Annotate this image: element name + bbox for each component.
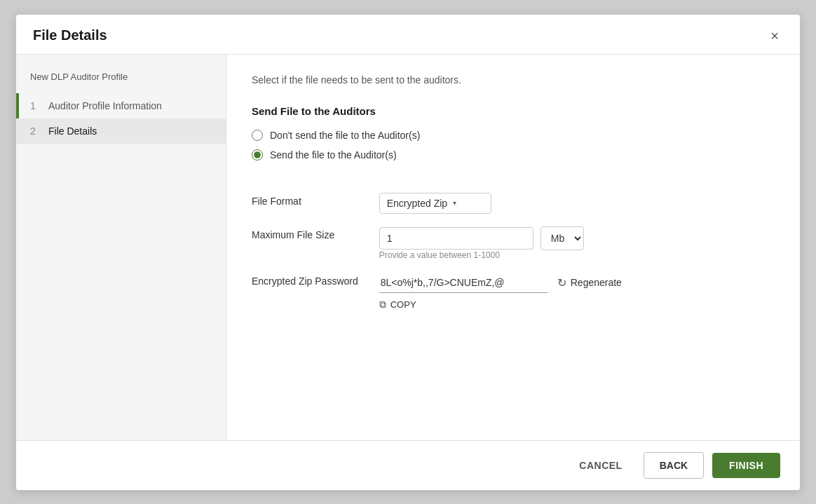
dialog-body: New DLP Auditor Profile 1 Auditor Profil… xyxy=(16,55,800,440)
send-section-title: Send File to the Auditors xyxy=(252,105,775,117)
file-format-value: Encrypted Zip ▾ xyxy=(379,190,622,214)
radio-dont-send-label: Don't send the file to the Auditor(s) xyxy=(270,130,420,141)
radio-send[interactable]: Send the file to the Auditor(s) xyxy=(252,149,775,161)
sidebar-item-step-1[interactable]: 1 Auditor Profile Information xyxy=(16,93,226,118)
max-file-size-row: Maximum File Size Mb Gb Kb Provide a val… xyxy=(252,224,622,260)
radio-dont-send[interactable]: Don't send the file to the Auditor(s) xyxy=(252,130,775,141)
back-button[interactable]: BACK xyxy=(644,452,704,479)
regenerate-icon: ↻ xyxy=(557,276,566,290)
chevron-down-icon: ▾ xyxy=(453,199,456,207)
password-value-cell: ↻ Regenerate ⧉ COPY xyxy=(379,270,622,311)
dialog: File Details × New DLP Auditor Profile 1… xyxy=(15,14,801,491)
sidebar-item-step-2[interactable]: 2 File Details xyxy=(16,118,226,144)
file-details-form: File Format Encrypted Zip ▾ Maximum File… xyxy=(252,180,622,320)
step-1-number: 1 xyxy=(30,100,41,111)
regenerate-label: Regenerate xyxy=(571,277,622,288)
step-2-label: File Details xyxy=(48,125,97,137)
step-1-label: Auditor Profile Information xyxy=(48,100,162,111)
subtitle: Select if the file needs to be sent to t… xyxy=(252,74,775,86)
copy-row[interactable]: ⧉ COPY xyxy=(379,299,622,311)
step-2-number: 2 xyxy=(30,125,41,137)
max-file-size-label: Maximum File Size xyxy=(252,224,379,260)
cancel-button[interactable]: CANCEL xyxy=(566,453,634,478)
file-format-label: File Format xyxy=(252,190,379,214)
finish-button[interactable]: FINISH xyxy=(712,453,780,478)
radio-dont-send-input[interactable] xyxy=(252,130,263,141)
file-size-hint: Provide a value between 1-1000 xyxy=(379,250,622,260)
copy-icon: ⧉ xyxy=(379,299,386,311)
regenerate-button[interactable]: ↻ Regenerate xyxy=(557,276,622,290)
file-format-select[interactable]: Encrypted Zip ▾ xyxy=(379,193,491,214)
file-format-selected: Encrypted Zip xyxy=(387,198,447,209)
size-unit-select[interactable]: Mb Gb Kb xyxy=(540,226,584,250)
password-label: Encrypted Zip Password xyxy=(252,270,379,311)
wizard-title: New DLP Auditor Profile xyxy=(16,71,226,93)
dialog-header: File Details × xyxy=(16,15,800,55)
dialog-footer: CANCEL BACK FINISH xyxy=(16,440,800,490)
radio-send-input[interactable] xyxy=(252,149,263,161)
file-format-row: File Format Encrypted Zip ▾ xyxy=(252,190,622,214)
password-row: Encrypted Zip Password ↻ Regenerate ⧉ CO… xyxy=(252,270,622,311)
main-content: Select if the file needs to be sent to t… xyxy=(226,55,800,440)
close-button[interactable]: × xyxy=(766,27,783,44)
max-file-size-value: Mb Gb Kb Provide a value between 1-1000 xyxy=(379,224,622,260)
size-row: Mb Gb Kb xyxy=(379,226,622,250)
password-row-content: ↻ Regenerate xyxy=(379,273,622,293)
sidebar: New DLP Auditor Profile 1 Auditor Profil… xyxy=(16,55,226,440)
send-radio-group: Don't send the file to the Auditor(s) Se… xyxy=(252,130,775,161)
file-size-input[interactable] xyxy=(379,227,533,250)
radio-send-label: Send the file to the Auditor(s) xyxy=(270,149,397,161)
copy-label: COPY xyxy=(390,299,416,310)
dialog-title: File Details xyxy=(33,27,107,43)
password-input[interactable] xyxy=(379,273,548,293)
